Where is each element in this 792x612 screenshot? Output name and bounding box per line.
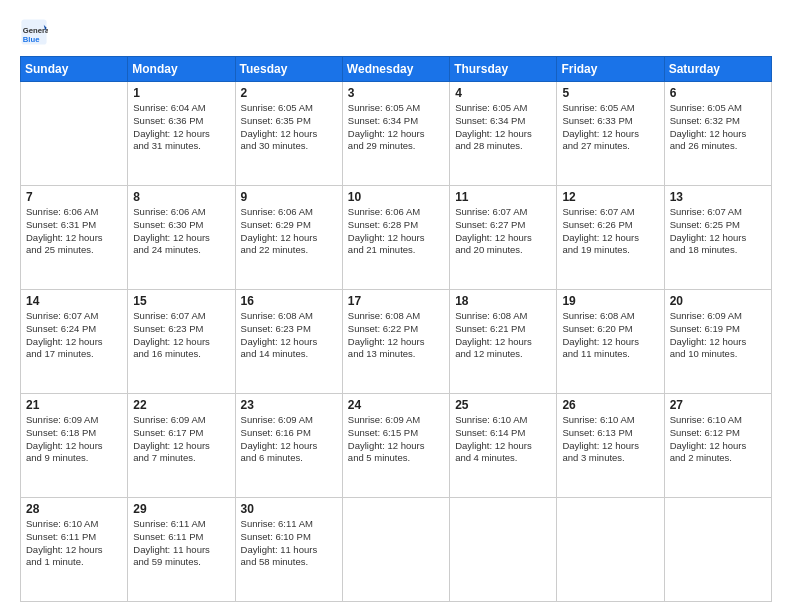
day-cell: 16Sunrise: 6:08 AM Sunset: 6:23 PM Dayli… bbox=[235, 290, 342, 394]
day-info: Sunrise: 6:09 AM Sunset: 6:17 PM Dayligh… bbox=[133, 414, 229, 465]
week-row-3: 14Sunrise: 6:07 AM Sunset: 6:24 PM Dayli… bbox=[21, 290, 772, 394]
logo: General Blue bbox=[20, 18, 54, 46]
day-cell: 5Sunrise: 6:05 AM Sunset: 6:33 PM Daylig… bbox=[557, 82, 664, 186]
day-cell: 9Sunrise: 6:06 AM Sunset: 6:29 PM Daylig… bbox=[235, 186, 342, 290]
day-info: Sunrise: 6:11 AM Sunset: 6:10 PM Dayligh… bbox=[241, 518, 337, 569]
day-number: 11 bbox=[455, 190, 551, 204]
day-info: Sunrise: 6:09 AM Sunset: 6:15 PM Dayligh… bbox=[348, 414, 444, 465]
day-number: 17 bbox=[348, 294, 444, 308]
day-cell: 27Sunrise: 6:10 AM Sunset: 6:12 PM Dayli… bbox=[664, 394, 771, 498]
day-info: Sunrise: 6:10 AM Sunset: 6:11 PM Dayligh… bbox=[26, 518, 122, 569]
day-number: 29 bbox=[133, 502, 229, 516]
day-info: Sunrise: 6:06 AM Sunset: 6:28 PM Dayligh… bbox=[348, 206, 444, 257]
day-cell: 1Sunrise: 6:04 AM Sunset: 6:36 PM Daylig… bbox=[128, 82, 235, 186]
day-number: 22 bbox=[133, 398, 229, 412]
day-cell: 4Sunrise: 6:05 AM Sunset: 6:34 PM Daylig… bbox=[450, 82, 557, 186]
day-number: 30 bbox=[241, 502, 337, 516]
day-info: Sunrise: 6:09 AM Sunset: 6:16 PM Dayligh… bbox=[241, 414, 337, 465]
day-cell: 15Sunrise: 6:07 AM Sunset: 6:23 PM Dayli… bbox=[128, 290, 235, 394]
day-cell: 11Sunrise: 6:07 AM Sunset: 6:27 PM Dayli… bbox=[450, 186, 557, 290]
day-info: Sunrise: 6:07 AM Sunset: 6:23 PM Dayligh… bbox=[133, 310, 229, 361]
day-cell: 23Sunrise: 6:09 AM Sunset: 6:16 PM Dayli… bbox=[235, 394, 342, 498]
weekday-header-row: SundayMondayTuesdayWednesdayThursdayFrid… bbox=[21, 57, 772, 82]
day-number: 4 bbox=[455, 86, 551, 100]
day-info: Sunrise: 6:07 AM Sunset: 6:27 PM Dayligh… bbox=[455, 206, 551, 257]
day-info: Sunrise: 6:06 AM Sunset: 6:31 PM Dayligh… bbox=[26, 206, 122, 257]
day-number: 16 bbox=[241, 294, 337, 308]
weekday-header-thursday: Thursday bbox=[450, 57, 557, 82]
page: General Blue SundayMondayTuesdayWednesda… bbox=[0, 0, 792, 612]
day-cell: 28Sunrise: 6:10 AM Sunset: 6:11 PM Dayli… bbox=[21, 498, 128, 602]
day-number: 5 bbox=[562, 86, 658, 100]
day-info: Sunrise: 6:07 AM Sunset: 6:24 PM Dayligh… bbox=[26, 310, 122, 361]
day-cell: 10Sunrise: 6:06 AM Sunset: 6:28 PM Dayli… bbox=[342, 186, 449, 290]
day-cell: 13Sunrise: 6:07 AM Sunset: 6:25 PM Dayli… bbox=[664, 186, 771, 290]
logo-icon: General Blue bbox=[20, 18, 48, 46]
weekday-header-monday: Monday bbox=[128, 57, 235, 82]
day-cell: 18Sunrise: 6:08 AM Sunset: 6:21 PM Dayli… bbox=[450, 290, 557, 394]
day-cell: 25Sunrise: 6:10 AM Sunset: 6:14 PM Dayli… bbox=[450, 394, 557, 498]
day-cell: 19Sunrise: 6:08 AM Sunset: 6:20 PM Dayli… bbox=[557, 290, 664, 394]
day-cell: 21Sunrise: 6:09 AM Sunset: 6:18 PM Dayli… bbox=[21, 394, 128, 498]
day-info: Sunrise: 6:07 AM Sunset: 6:25 PM Dayligh… bbox=[670, 206, 766, 257]
day-number: 21 bbox=[26, 398, 122, 412]
day-info: Sunrise: 6:09 AM Sunset: 6:18 PM Dayligh… bbox=[26, 414, 122, 465]
day-cell: 30Sunrise: 6:11 AM Sunset: 6:10 PM Dayli… bbox=[235, 498, 342, 602]
day-info: Sunrise: 6:07 AM Sunset: 6:26 PM Dayligh… bbox=[562, 206, 658, 257]
calendar-table: SundayMondayTuesdayWednesdayThursdayFrid… bbox=[20, 56, 772, 602]
day-info: Sunrise: 6:05 AM Sunset: 6:34 PM Dayligh… bbox=[348, 102, 444, 153]
day-number: 26 bbox=[562, 398, 658, 412]
day-cell: 8Sunrise: 6:06 AM Sunset: 6:30 PM Daylig… bbox=[128, 186, 235, 290]
day-info: Sunrise: 6:08 AM Sunset: 6:22 PM Dayligh… bbox=[348, 310, 444, 361]
day-number: 3 bbox=[348, 86, 444, 100]
day-info: Sunrise: 6:08 AM Sunset: 6:20 PM Dayligh… bbox=[562, 310, 658, 361]
day-number: 1 bbox=[133, 86, 229, 100]
day-cell: 2Sunrise: 6:05 AM Sunset: 6:35 PM Daylig… bbox=[235, 82, 342, 186]
header: General Blue bbox=[20, 18, 772, 46]
day-number: 8 bbox=[133, 190, 229, 204]
day-cell: 12Sunrise: 6:07 AM Sunset: 6:26 PM Dayli… bbox=[557, 186, 664, 290]
day-info: Sunrise: 6:06 AM Sunset: 6:30 PM Dayligh… bbox=[133, 206, 229, 257]
day-cell: 14Sunrise: 6:07 AM Sunset: 6:24 PM Dayli… bbox=[21, 290, 128, 394]
weekday-header-saturday: Saturday bbox=[664, 57, 771, 82]
weekday-header-friday: Friday bbox=[557, 57, 664, 82]
day-number: 27 bbox=[670, 398, 766, 412]
day-info: Sunrise: 6:10 AM Sunset: 6:14 PM Dayligh… bbox=[455, 414, 551, 465]
day-cell bbox=[342, 498, 449, 602]
day-number: 9 bbox=[241, 190, 337, 204]
day-info: Sunrise: 6:05 AM Sunset: 6:32 PM Dayligh… bbox=[670, 102, 766, 153]
day-info: Sunrise: 6:08 AM Sunset: 6:21 PM Dayligh… bbox=[455, 310, 551, 361]
day-number: 20 bbox=[670, 294, 766, 308]
day-info: Sunrise: 6:11 AM Sunset: 6:11 PM Dayligh… bbox=[133, 518, 229, 569]
week-row-1: 1Sunrise: 6:04 AM Sunset: 6:36 PM Daylig… bbox=[21, 82, 772, 186]
day-cell: 29Sunrise: 6:11 AM Sunset: 6:11 PM Dayli… bbox=[128, 498, 235, 602]
day-info: Sunrise: 6:05 AM Sunset: 6:34 PM Dayligh… bbox=[455, 102, 551, 153]
weekday-header-wednesday: Wednesday bbox=[342, 57, 449, 82]
weekday-header-tuesday: Tuesday bbox=[235, 57, 342, 82]
day-number: 7 bbox=[26, 190, 122, 204]
weekday-header-sunday: Sunday bbox=[21, 57, 128, 82]
day-cell bbox=[21, 82, 128, 186]
svg-text:General: General bbox=[23, 26, 48, 35]
week-row-2: 7Sunrise: 6:06 AM Sunset: 6:31 PM Daylig… bbox=[21, 186, 772, 290]
day-info: Sunrise: 6:05 AM Sunset: 6:35 PM Dayligh… bbox=[241, 102, 337, 153]
day-cell: 6Sunrise: 6:05 AM Sunset: 6:32 PM Daylig… bbox=[664, 82, 771, 186]
day-number: 6 bbox=[670, 86, 766, 100]
day-info: Sunrise: 6:10 AM Sunset: 6:12 PM Dayligh… bbox=[670, 414, 766, 465]
day-info: Sunrise: 6:05 AM Sunset: 6:33 PM Dayligh… bbox=[562, 102, 658, 153]
day-number: 14 bbox=[26, 294, 122, 308]
day-number: 28 bbox=[26, 502, 122, 516]
day-cell: 24Sunrise: 6:09 AM Sunset: 6:15 PM Dayli… bbox=[342, 394, 449, 498]
day-cell bbox=[557, 498, 664, 602]
day-number: 18 bbox=[455, 294, 551, 308]
day-info: Sunrise: 6:09 AM Sunset: 6:19 PM Dayligh… bbox=[670, 310, 766, 361]
day-cell: 22Sunrise: 6:09 AM Sunset: 6:17 PM Dayli… bbox=[128, 394, 235, 498]
day-number: 15 bbox=[133, 294, 229, 308]
day-number: 10 bbox=[348, 190, 444, 204]
day-cell: 3Sunrise: 6:05 AM Sunset: 6:34 PM Daylig… bbox=[342, 82, 449, 186]
svg-text:Blue: Blue bbox=[23, 35, 40, 44]
day-cell bbox=[664, 498, 771, 602]
day-number: 12 bbox=[562, 190, 658, 204]
day-number: 24 bbox=[348, 398, 444, 412]
day-info: Sunrise: 6:08 AM Sunset: 6:23 PM Dayligh… bbox=[241, 310, 337, 361]
